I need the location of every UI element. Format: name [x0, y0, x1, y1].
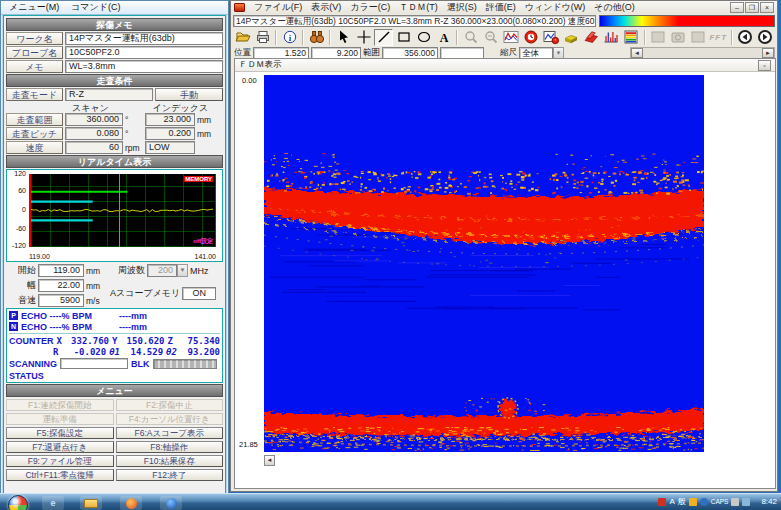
prev-button[interactable] — [736, 29, 755, 46]
print-button[interactable] — [253, 29, 272, 46]
probe-name-label: プローブ名 — [6, 46, 63, 59]
ellipse-tool-button[interactable] — [414, 29, 433, 46]
menu-item-window[interactable]: ウィンドウ(W) — [525, 1, 586, 14]
speed-low-field[interactable]: LOW — [145, 141, 195, 154]
menu-item-command[interactable]: コマンド(C) — [71, 1, 120, 14]
tray-icon-volume[interactable] — [742, 498, 750, 506]
menu-item-tdm[interactable]: ＴＤＭ(T) — [399, 1, 438, 14]
taskbar-app1-icon[interactable] — [120, 496, 142, 510]
chevron-down-icon[interactable]: ▼ — [177, 264, 188, 277]
colormap-view-button[interactable] — [622, 29, 641, 46]
text-tool-button[interactable]: A — [434, 29, 453, 46]
ime-direct-indicator[interactable]: A — [669, 497, 674, 506]
f12-button[interactable]: F12:終了 — [116, 469, 224, 481]
menu-item-select[interactable]: 選択(S) — [447, 1, 477, 14]
fdm-window-button[interactable]: ▫ — [758, 60, 771, 71]
scan-mode-field[interactable]: R-Z — [65, 88, 153, 101]
left-panel: 探傷メモ ワーク名 14Pマスター運転用(63db) プローブ名 10C50PF… — [3, 15, 226, 494]
menu-item-menu[interactable]: メニュー(M) — [9, 1, 59, 14]
f6-button[interactable]: F6:Aスコープ表示 — [116, 427, 224, 439]
taskbar-browser-icon[interactable]: e — [42, 496, 64, 510]
info-button[interactable]: i — [280, 29, 299, 46]
line-tool-button[interactable] — [374, 29, 393, 46]
select-button[interactable] — [334, 29, 353, 46]
section-header-menu: メニュー — [6, 384, 223, 397]
work-name-field[interactable]: 14Pマスター運転用(63db) — [65, 32, 223, 45]
taskbar-folder-icon[interactable] — [80, 496, 102, 510]
scan-pitch-scan-field[interactable]: 0.080 — [65, 127, 123, 140]
menu-item-others[interactable]: その他(O) — [594, 1, 634, 14]
colormap-icon — [623, 29, 639, 45]
zoom-in-icon — [463, 29, 479, 45]
menu-item-view[interactable]: 表示(V) — [311, 1, 341, 14]
window-controls: – ❐ × — [730, 2, 774, 13]
tray-icon-red[interactable] — [658, 498, 666, 506]
tray-icon-yellow[interactable] — [689, 498, 697, 506]
scan-pitch-index-field[interactable]: 0.200 — [145, 127, 195, 140]
right-menubar: ファイル(F) 表示(V) カラー(C) ＴＤＭ(T) 選択(S) 評価(E) … — [231, 1, 777, 14]
svg-text:A: A — [440, 31, 449, 45]
taskbar-app2-icon[interactable] — [160, 496, 182, 510]
scanning-field[interactable] — [60, 358, 128, 369]
tray-icon-blue[interactable] — [700, 498, 708, 506]
velocity-field[interactable]: 5900 — [38, 294, 84, 307]
status-label: STATUS — [9, 371, 44, 381]
minimize-button[interactable]: – — [730, 2, 744, 13]
scroll-right-icon[interactable]: ► — [762, 48, 774, 58]
frequency-combo[interactable]: 200 ▼ — [147, 264, 188, 277]
ime-mode-indicator[interactable]: 般 — [678, 496, 686, 507]
waveform-view-button[interactable] — [501, 29, 520, 46]
menu-item-eval[interactable]: 評価(E) — [486, 1, 516, 14]
n-echo-badge: N — [9, 322, 18, 331]
scan-pitch-row: 走査ピッチ 0.080 ° 0.200 mm — [6, 127, 223, 140]
memo-field[interactable]: WL=3.8mm — [65, 60, 223, 73]
f9-button[interactable]: F9:ファイル管理 — [6, 455, 114, 467]
disabled-button-1 — [649, 29, 668, 46]
speed-field[interactable]: 60 — [65, 141, 123, 154]
gauge-view-button[interactable] — [522, 29, 541, 46]
counter-y-name: Y — [112, 336, 122, 346]
open-button[interactable] — [233, 29, 252, 46]
counter-theta2-value: 93.200 — [180, 347, 220, 357]
scroll-left-icon[interactable]: ◄ — [631, 48, 643, 58]
chart-clock-view-button[interactable] — [542, 29, 561, 46]
next-button[interactable] — [756, 29, 775, 46]
tray-icon-gray[interactable] — [731, 498, 739, 506]
f11-button[interactable]: Ctrl+F11:零点復帰 — [6, 469, 114, 481]
restore-button[interactable]: ❐ — [745, 2, 759, 13]
col-scan-label: スキャン — [72, 102, 109, 112]
width-field[interactable]: 22.00 — [38, 279, 84, 292]
blank-icon — [690, 29, 706, 45]
menu-item-file[interactable]: ファイル(F) — [254, 1, 302, 14]
blank-icon — [650, 29, 666, 45]
menu-item-color[interactable]: カラー(C) — [350, 1, 390, 14]
f5-button[interactable]: F5:探傷設定 — [6, 427, 114, 439]
f2-button: F2:探傷中止 — [116, 399, 224, 411]
start-field[interactable]: 119.00 — [38, 264, 84, 277]
close-button[interactable]: × — [760, 2, 774, 13]
manual-button[interactable]: 手動 — [155, 88, 223, 101]
p-echo-value: ----mm — [119, 311, 147, 321]
scan-range-scan-field[interactable]: 360.000 — [65, 113, 123, 126]
surface-3d-view-button[interactable] — [582, 29, 601, 46]
wedge-3d-view-button[interactable] — [562, 29, 581, 46]
probe-name-field[interactable]: 10C50PF2.0 — [65, 46, 223, 59]
f7-button[interactable]: F7:退避点行き — [6, 441, 114, 453]
rectangle-tool-button[interactable] — [394, 29, 413, 46]
search-button[interactable] — [307, 29, 326, 46]
fdm-scan-image[interactable] — [264, 75, 704, 452]
ascope-memory-field[interactable]: ON — [182, 287, 216, 300]
f8-button[interactable]: F8:軸操作 — [116, 441, 224, 453]
memo-label: メモ — [6, 60, 63, 73]
scan-pitch-label: 走査ピッチ — [6, 127, 63, 140]
crosshair-button[interactable] — [354, 29, 373, 46]
fdm-scroll-left-icon[interactable]: ◄ — [264, 455, 275, 466]
scan-range-index-field[interactable]: 23.000 — [145, 113, 195, 126]
blk-progressbar — [153, 359, 217, 369]
start-button[interactable] — [8, 495, 28, 510]
clock[interactable]: 8:42 — [761, 497, 777, 506]
p-echo-badge: P — [9, 311, 18, 320]
f10-button[interactable]: F10:結果保存 — [116, 455, 224, 467]
scan-mode-label: 走査モード — [6, 88, 63, 101]
spike-plot-button[interactable] — [602, 29, 621, 46]
